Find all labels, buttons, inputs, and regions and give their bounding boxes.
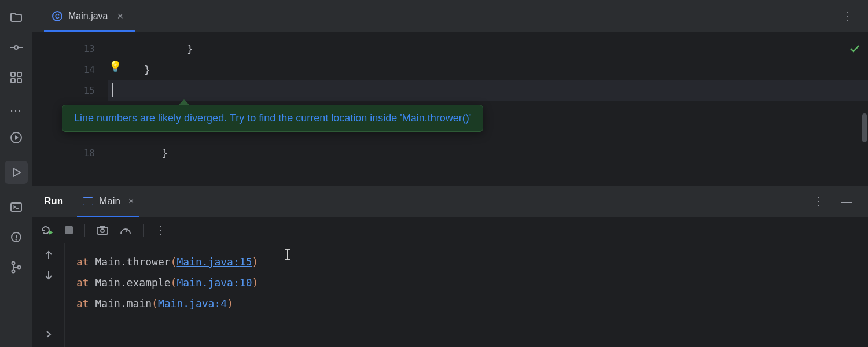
profiler-icon[interactable] xyxy=(120,226,131,235)
run-toolbar: ⋮ xyxy=(32,217,868,243)
run-tab-label: Main xyxy=(99,195,120,207)
scroll-up-icon[interactable] xyxy=(45,250,53,261)
svg-point-15 xyxy=(12,270,15,273)
java-class-icon: C xyxy=(52,11,62,21)
screenshot-icon[interactable] xyxy=(97,226,108,235)
console-output[interactable]: at Main.thrower(Main.java:15) at Main.ex… xyxy=(65,243,868,347)
code-content[interactable]: } } static void thrower() { } Line numbe… xyxy=(108,32,868,185)
minimize-icon[interactable] xyxy=(841,197,852,206)
line-number[interactable]: 18 xyxy=(32,142,108,163)
chevron-right-icon[interactable] xyxy=(45,330,52,340)
run-tool-window: Run Main × ⋮ xyxy=(32,185,868,347)
console-gutter xyxy=(32,243,65,347)
run-icon[interactable] xyxy=(5,161,28,184)
stack-link[interactable]: Main.java:4 xyxy=(158,297,227,309)
editor-tab-main-java[interactable]: C Main.java × xyxy=(44,0,131,32)
run-panel-title: Run xyxy=(44,195,63,207)
project-icon[interactable] xyxy=(9,10,23,24)
activity-bar: … xyxy=(0,0,32,347)
line-number[interactable]: 14 💡 xyxy=(32,59,108,80)
svg-marker-9 xyxy=(13,168,20,176)
svg-rect-19 xyxy=(65,226,73,234)
code-editor[interactable]: 13 14 💡 15 18 } } static void thrower() … xyxy=(32,32,868,185)
application-icon xyxy=(83,197,93,205)
stack-link[interactable]: Main.java:15 xyxy=(176,256,252,268)
diverged-lines-tooltip: Line numbers are likely diverged. Try to… xyxy=(62,105,483,132)
svg-marker-8 xyxy=(15,135,19,140)
services-icon[interactable] xyxy=(9,131,23,145)
rerun-icon[interactable] xyxy=(41,225,53,235)
svg-point-0 xyxy=(14,46,18,49)
svg-marker-18 xyxy=(49,230,53,235)
svg-rect-6 xyxy=(17,79,21,83)
commit-icon[interactable] xyxy=(9,40,23,54)
stack-frame: at Main.main(Main.java:4) xyxy=(76,293,868,314)
svg-rect-4 xyxy=(17,72,21,76)
svg-rect-17 xyxy=(841,202,852,203)
line-number[interactable]: 15 xyxy=(32,80,108,101)
problems-icon[interactable] xyxy=(9,230,23,244)
svg-point-16 xyxy=(18,266,21,269)
tab-label: Main.java xyxy=(68,11,108,21)
svg-point-13 xyxy=(16,239,17,240)
svg-point-21 xyxy=(101,229,104,232)
stack-link[interactable]: Main.java:10 xyxy=(176,276,252,289)
stack-frame: at Main.example(Main.java:10) xyxy=(76,272,868,293)
stop-icon[interactable] xyxy=(65,226,73,234)
line-number[interactable]: 13 xyxy=(32,38,108,59)
editor-tab-bar: C Main.java × ⋮ xyxy=(32,0,868,32)
svg-rect-10 xyxy=(11,203,21,211)
close-icon[interactable]: × xyxy=(113,10,123,23)
main-area: C Main.java × ⋮ 13 14 💡 15 18 } } xyxy=(32,0,868,347)
run-panel-header: Run Main × ⋮ xyxy=(32,186,868,217)
scroll-down-icon[interactable] xyxy=(45,271,53,282)
svg-rect-5 xyxy=(11,79,15,83)
close-icon[interactable]: × xyxy=(126,196,134,206)
stack-frame: at Main.thrower(Main.java:15) xyxy=(76,252,868,272)
more-icon[interactable]: … xyxy=(9,101,23,115)
terminal-icon[interactable] xyxy=(9,200,23,214)
structure-icon[interactable] xyxy=(9,71,23,84)
vcs-icon[interactable] xyxy=(9,260,23,274)
text-caret xyxy=(112,83,113,97)
run-body: at Main.thrower(Main.java:15) at Main.ex… xyxy=(32,243,868,347)
toolbar-more-icon[interactable]: ⋮ xyxy=(155,224,167,237)
svg-point-14 xyxy=(12,262,15,265)
run-tab-main[interactable]: Main × xyxy=(83,186,134,217)
run-panel-options-icon[interactable]: ⋮ xyxy=(814,195,825,208)
svg-rect-3 xyxy=(11,72,15,76)
tab-overflow-menu-icon[interactable]: ⋮ xyxy=(843,10,868,23)
